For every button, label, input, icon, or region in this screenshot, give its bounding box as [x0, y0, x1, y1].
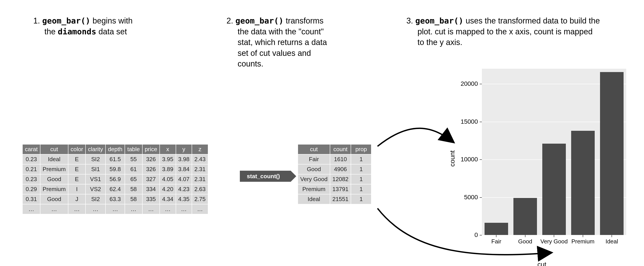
step-1-code: geom_bar() — [42, 16, 90, 25]
table-row: 0.29PremiumIVS262.4583344.204.232.63 — [23, 184, 208, 194]
counts-cell: 21551 — [330, 194, 351, 204]
counts-cell: 1610 — [330, 154, 351, 164]
table-row: ………………………… — [23, 204, 208, 214]
table-row: 0.31GoodJSI263.3583354.344.352.75 — [23, 194, 208, 204]
counts-cell: Very Good — [298, 174, 330, 184]
diamonds-header-cell: cut — [40, 144, 68, 154]
diamonds-cell: 2.31 — [192, 174, 208, 184]
step-1-line2a: the — [44, 27, 58, 36]
chart-xtick: Very Good — [540, 235, 568, 245]
step-2-caption: 2. geom_bar() transforms the data with t… — [226, 15, 364, 69]
diamonds-cell: … — [125, 204, 142, 214]
table-row: Ideal215511 — [298, 194, 371, 204]
step-3-tail: uses the transformed data to build the — [464, 16, 600, 25]
diamonds-cell: 61 — [125, 164, 142, 174]
diamonds-cell: 4.20 — [160, 184, 176, 194]
diamonds-table: caratcutcolorclaritydepthtablepricexyz 0… — [22, 144, 208, 214]
counts-cell: 1 — [351, 194, 371, 204]
diamonds-cell: Ideal — [40, 154, 68, 164]
chart-ytick: 20000 — [458, 80, 482, 87]
chart-ytick: 0 — [458, 231, 482, 239]
diamonds-header-cell: x — [160, 144, 176, 154]
diamonds-cell: Good — [40, 174, 68, 184]
step-2-line4: set of cut values and — [226, 48, 364, 59]
table-row: Very Good120821 — [298, 174, 371, 184]
diamonds-cell: E — [68, 164, 85, 174]
diamonds-cell: I — [68, 184, 85, 194]
diamonds-cell: E — [68, 154, 85, 164]
counts-cell: 1 — [351, 174, 371, 184]
counts-table: cutcountprop Fair16101Good49061Very Good… — [298, 144, 372, 204]
table-row: Premium137911 — [298, 184, 371, 194]
diamonds-cell: … — [40, 204, 68, 214]
diamonds-header-cell: carat — [23, 144, 40, 154]
step-1-number: 1. — [33, 16, 40, 25]
counts-cell: 12082 — [330, 174, 351, 184]
bar-chart: count 05000100001500020000FairGoodVery G… — [458, 66, 626, 251]
diamonds-header-cell: table — [125, 144, 142, 154]
diamonds-cell: 2.43 — [192, 154, 208, 164]
chart-xtick: Ideal — [606, 235, 618, 245]
counts-cell: Premium — [298, 184, 330, 194]
diamonds-cell: 4.07 — [176, 174, 192, 184]
diamonds-cell: 0.23 — [23, 174, 40, 184]
counts-cell: 4906 — [330, 164, 351, 174]
diamonds-cell: 58 — [125, 194, 142, 204]
diamonds-cell: 4.05 — [160, 174, 176, 184]
diamonds-cell: 4.23 — [176, 184, 192, 194]
diamonds-cell: 4.34 — [160, 194, 176, 204]
diamonds-cell: … — [192, 204, 208, 214]
counts-cell: 1 — [351, 184, 371, 194]
diamonds-cell: 3.89 — [160, 164, 176, 174]
counts-cell: Ideal — [298, 194, 330, 204]
step-2-line5: counts. — [226, 59, 364, 69]
diamonds-cell: 3.84 — [176, 164, 192, 174]
diamonds-cell: SI1 — [86, 164, 105, 174]
diamonds-cell: VS1 — [86, 174, 105, 184]
diamonds-header-cell: price — [142, 144, 160, 154]
diamonds-cell: 334 — [142, 184, 160, 194]
step-2-line3: stat, which returns a data — [226, 37, 364, 48]
step-1-caption: 1. geom_bar() begins with the diamonds d… — [33, 15, 166, 37]
diamonds-cell: 326 — [142, 164, 160, 174]
diamonds-cell: VS2 — [86, 184, 105, 194]
diamonds-cell: 59.8 — [106, 164, 124, 174]
diamonds-cell: 0.31 — [23, 194, 40, 204]
diamonds-cell: 63.3 — [106, 194, 124, 204]
arrow-to-chart-top — [378, 128, 453, 146]
counts-cell: Fair — [298, 154, 330, 164]
step-3-line3: to the y axis. — [406, 37, 628, 48]
diamonds-cell: 3.95 — [160, 154, 176, 164]
diamonds-header-cell: color — [68, 144, 85, 154]
diamonds-cell: … — [176, 204, 192, 214]
chart-xtick: Fair — [492, 235, 502, 245]
step-2-line2: the data with the "count" — [226, 26, 364, 37]
chart-bar — [571, 131, 595, 235]
table-row: Fair16101 — [298, 154, 371, 164]
diamonds-cell: 2.31 — [192, 164, 208, 174]
stat-count-badge: stat_count() — [240, 171, 291, 182]
chart-bar — [484, 223, 508, 235]
chart-bar — [542, 144, 566, 235]
diamonds-cell: Premium — [40, 164, 68, 174]
diamonds-cell: 335 — [142, 194, 160, 204]
diamonds-header-cell: y — [176, 144, 192, 154]
chart-xlabel: cut — [458, 261, 626, 266]
diamonds-cell: J — [68, 194, 85, 204]
step-1-code2: diamonds — [58, 27, 96, 36]
step-3-caption: 3. geom_bar() uses the transformed data … — [406, 15, 628, 48]
diamonds-cell: 3.98 — [176, 154, 192, 164]
diamonds-cell: 326 — [142, 154, 160, 164]
step-2-number: 2. — [226, 16, 233, 25]
chart-plot-panel: 05000100001500020000FairGoodVery GoodPre… — [482, 69, 626, 235]
counts-cell: Good — [298, 164, 330, 174]
chart-ylabel: count — [448, 150, 456, 166]
chart-xtick: Premium — [572, 235, 594, 245]
counts-cell: 13791 — [330, 184, 351, 194]
chart-bar — [600, 72, 624, 235]
step-3-line2: plot. cut is mapped to the x axis, count… — [406, 26, 628, 37]
chart-ytick: 5000 — [458, 194, 482, 201]
diamonds-cell: 55 — [125, 154, 142, 164]
diamonds-cell: … — [142, 204, 160, 214]
counts-header-cell: cut — [298, 144, 330, 154]
